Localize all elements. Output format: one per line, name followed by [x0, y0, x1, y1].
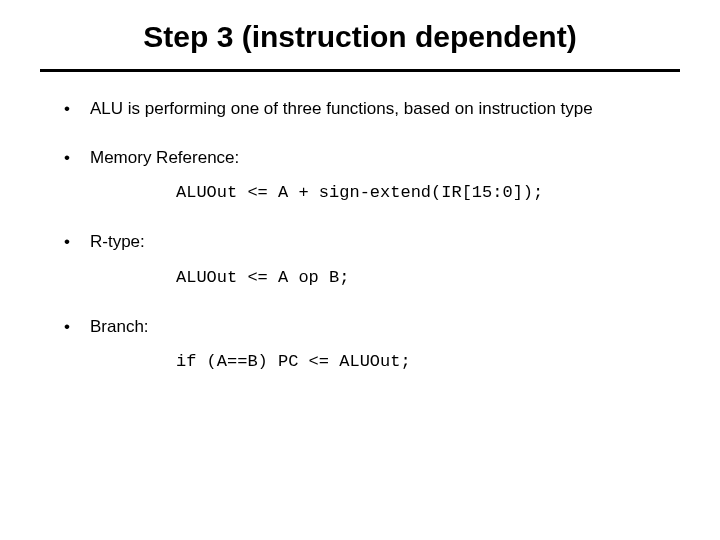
bullet-item: Memory Reference: ALUOut <= A + sign-ext…: [64, 147, 670, 204]
slide-title: Step 3 (instruction dependent): [100, 20, 620, 55]
code-line: if (A==B) PC <= ALUOut;: [176, 351, 670, 372]
bullet-text: Branch:: [90, 317, 149, 336]
bullet-text: R-type:: [90, 232, 145, 251]
bullet-text: ALU is performing one of three functions…: [90, 99, 593, 118]
bullet-text: Memory Reference:: [90, 148, 239, 167]
bullet-list: ALU is performing one of three functions…: [40, 98, 680, 373]
code-line: ALUOut <= A + sign-extend(IR[15:0]);: [176, 182, 670, 203]
title-rule: [40, 69, 680, 72]
bullet-item: R-type: ALUOut <= A op B;: [64, 231, 670, 288]
bullet-item: ALU is performing one of three functions…: [64, 98, 670, 119]
slide: Step 3 (instruction dependent) ALU is pe…: [0, 0, 720, 540]
bullet-item: Branch: if (A==B) PC <= ALUOut;: [64, 316, 670, 373]
code-line: ALUOut <= A op B;: [176, 267, 670, 288]
